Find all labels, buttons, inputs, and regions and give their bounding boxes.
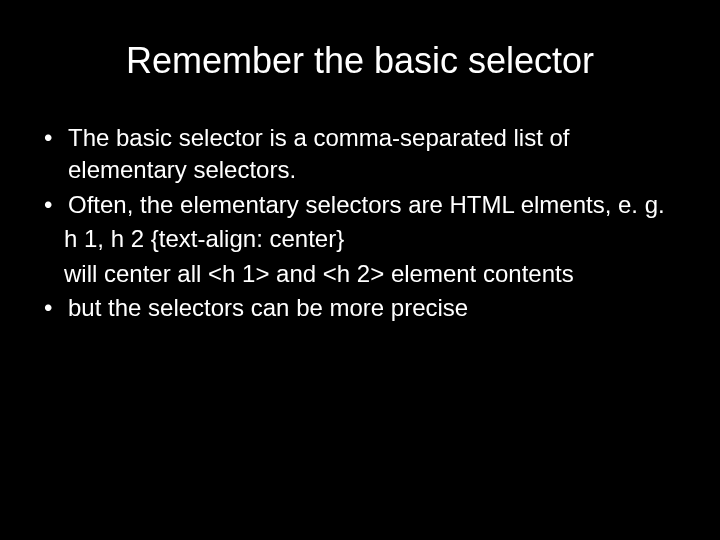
bullet-text: Often, the elementary selectors are HTML…: [68, 189, 680, 221]
bullet-text: but the selectors can be more precise: [68, 292, 680, 324]
bullet-item: • The basic selector is a comma-separate…: [40, 122, 680, 187]
slide-container: Remember the basic selector • The basic …: [0, 0, 720, 540]
example-result: will center all <h 1> and <h 2> element …: [40, 258, 680, 290]
bullet-item: • Often, the elementary selectors are HT…: [40, 189, 680, 221]
slide-content: • The basic selector is a comma-separate…: [40, 122, 680, 324]
bullet-item: • but the selectors can be more precise: [40, 292, 680, 324]
bullet-marker: •: [40, 122, 68, 187]
code-example: h 1, h 2 {text-align: center}: [40, 223, 680, 255]
slide-title: Remember the basic selector: [40, 40, 680, 82]
bullet-text: The basic selector is a comma-separated …: [68, 122, 680, 187]
bullet-marker: •: [40, 189, 68, 221]
bullet-marker: •: [40, 292, 68, 324]
